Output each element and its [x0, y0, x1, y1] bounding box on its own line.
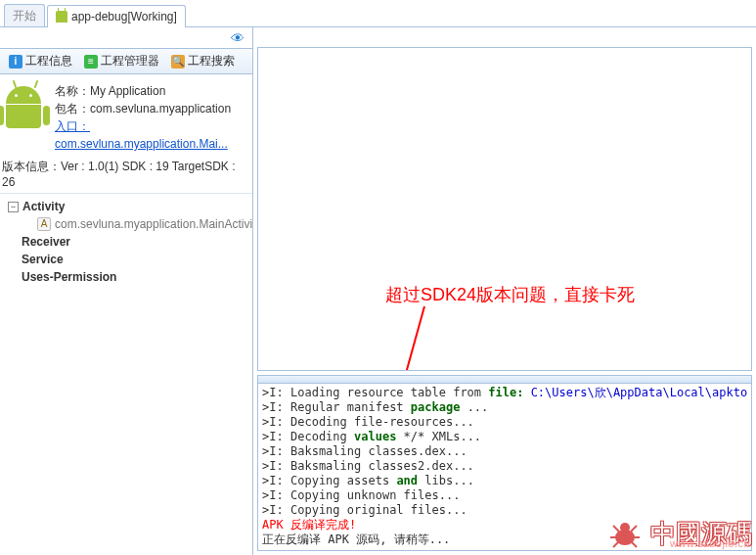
- row-name: 名称：My Application: [55, 82, 248, 100]
- eye-icon[interactable]: 👁: [231, 30, 245, 46]
- row-version: 版本信息：Ver : 1.0(1) SDK : 19 TargetSDK : 2…: [0, 159, 252, 193]
- proj-info-label: 工程信息: [25, 53, 72, 69]
- pkg-value: com.sevluna.myapplication: [90, 102, 231, 116]
- ver-label: 版本信息：: [2, 160, 61, 173]
- info-lines: 名称：My Application 包名：com.sevluna.myappli…: [55, 82, 248, 153]
- entry-label: 入口：: [55, 119, 90, 133]
- console-output: >I: Loading resource table from file: C:…: [258, 384, 751, 550]
- svg-line-0: [395, 306, 424, 371]
- tab-app-debug-label: app-debug[Working]: [71, 10, 177, 23]
- row-package: 包名：com.sevluna.myapplication: [55, 100, 248, 117]
- tab-start-label: 开始: [13, 8, 36, 24]
- search-icon: 🔍: [171, 55, 185, 69]
- proj-search-label: 工程搜索: [188, 53, 235, 69]
- expander-icon[interactable]: −: [8, 202, 19, 212]
- row-entry: 入口：com.sevluna.myapplication.Mai...: [55, 117, 248, 153]
- android-logo: [6, 86, 45, 153]
- tree-service[interactable]: Service: [4, 251, 252, 268]
- tab-app-debug[interactable]: app-debug[Working]: [47, 5, 186, 27]
- tree-service-label: Service: [22, 253, 64, 266]
- manager-icon: ≡: [84, 55, 98, 69]
- pkg-label: 包名：: [55, 102, 90, 116]
- entry-link[interactable]: 入口：com.sevluna.myapplication.Mai...: [55, 119, 228, 151]
- editor-tabs: 开始 app-debug[Working]: [0, 0, 756, 27]
- annotation-arrow: [258, 48, 728, 371]
- eye-row: 👁: [0, 27, 252, 49]
- name-value: My Application: [90, 84, 165, 98]
- project-info-block: 名称：My Application 包名：com.sevluna.myappli…: [0, 74, 252, 159]
- console-panel: >I: Loading resource table from file: C:…: [257, 375, 752, 551]
- preview-area: 超过SDK24版本问题，直接卡死: [257, 47, 752, 371]
- tree-receiver[interactable]: Receiver: [4, 233, 252, 251]
- proj-mgr-label: 工程管理器: [101, 53, 159, 69]
- tree-activity-label: Activity: [22, 200, 65, 213]
- tree-receiver-label: Receiver: [22, 235, 70, 249]
- tree-activity-child[interactable]: A com.sevluna.myapplication.MainActivi: [4, 215, 252, 233]
- tree-uses-permission-label: Uses-Permission: [22, 270, 116, 284]
- annotation-text: 超过SDK24版本问题，直接卡死: [385, 283, 635, 306]
- info-icon: i: [9, 55, 22, 69]
- proj-mgr-button[interactable]: ≡ 工程管理器: [79, 51, 164, 71]
- name-label: 名称：: [55, 84, 90, 98]
- proj-info-button[interactable]: i 工程信息: [4, 51, 77, 71]
- right-panel: 超过SDK24版本问题，直接卡死 >I: Loading resource ta…: [253, 27, 756, 555]
- tab-start[interactable]: 开始: [4, 4, 45, 26]
- tree-activity[interactable]: − Activity: [4, 198, 252, 215]
- activity-badge-icon: A: [37, 217, 51, 231]
- console-header: [258, 376, 751, 384]
- tree-uses-permission[interactable]: Uses-Permission: [4, 268, 252, 286]
- entry-value: com.sevluna.myapplication.Mai...: [55, 137, 228, 151]
- left-toolbar: i 工程信息 ≡ 工程管理器 🔍 工程搜索: [0, 49, 252, 74]
- proj-search-button[interactable]: 🔍 工程搜索: [166, 51, 240, 71]
- manifest-tree: − Activity A com.sevluna.myapplication.M…: [0, 193, 252, 290]
- tree-activity-child-label: com.sevluna.myapplication.MainActivi: [55, 217, 252, 231]
- left-panel: 👁 i 工程信息 ≡ 工程管理器 🔍 工程搜索: [0, 27, 253, 555]
- android-icon: [56, 11, 67, 23]
